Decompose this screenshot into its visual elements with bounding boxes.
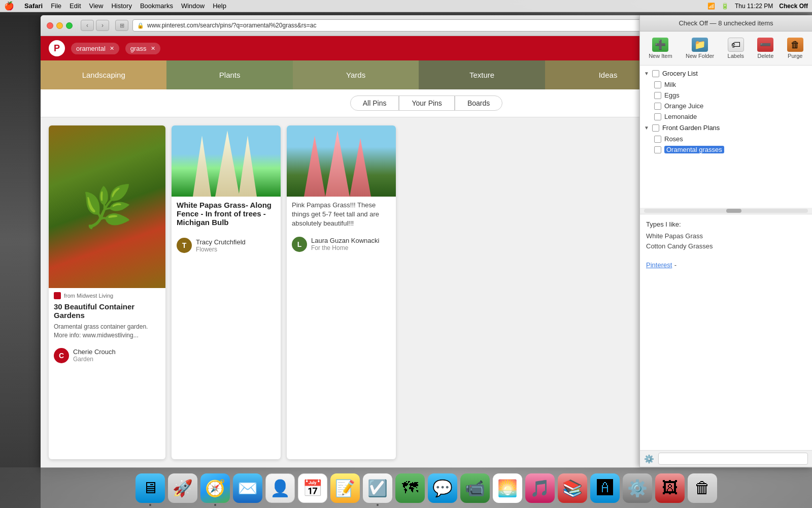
menubar-window[interactable]: Window bbox=[181, 2, 205, 10]
roses-label: Roses bbox=[664, 135, 683, 143]
grocery-list-group[interactable]: ▼ Grocery List bbox=[640, 68, 812, 79]
tag-grass-label: grass bbox=[130, 45, 147, 52]
tab-your-pins[interactable]: Your Pins bbox=[399, 96, 454, 111]
lemonaide-checkbox[interactable] bbox=[654, 113, 661, 120]
dock-calendar[interactable]: 📅 bbox=[298, 473, 327, 503]
orange-juice-checkbox[interactable] bbox=[654, 103, 661, 110]
menubar-file[interactable]: File bbox=[51, 2, 61, 10]
search-tag-oramental: oramental ✕ bbox=[71, 43, 119, 54]
tab-all-pins[interactable]: All Pins bbox=[350, 96, 399, 111]
item-lemonaide[interactable]: Lemonaide bbox=[640, 111, 812, 122]
left-desktop bbox=[0, 15, 41, 467]
scrollbar-thumb[interactable] bbox=[726, 209, 741, 213]
user-name-2[interactable]: Tracy Crutchfield bbox=[196, 238, 246, 246]
labels-button[interactable]: 🏷 Labels bbox=[724, 36, 748, 61]
eggs-checkbox[interactable] bbox=[654, 92, 661, 99]
dock-books[interactable]: 📚 bbox=[558, 473, 587, 503]
new-folder-button[interactable]: 📁 New Folder bbox=[682, 36, 718, 61]
category-texture[interactable]: Texture bbox=[419, 60, 545, 89]
user-avatar-3: L bbox=[292, 237, 307, 252]
source-text-1: from Midwest Living bbox=[64, 293, 113, 299]
category-yards[interactable]: Yards bbox=[293, 60, 419, 89]
close-button[interactable] bbox=[47, 22, 53, 29]
item-eggs[interactable]: Eggs bbox=[640, 90, 812, 101]
user-board-2[interactable]: Flowers bbox=[196, 246, 246, 253]
scrollbar-area[interactable] bbox=[644, 209, 808, 213]
menubar-edit[interactable]: Edit bbox=[70, 2, 81, 10]
menubar-view[interactable]: View bbox=[89, 2, 104, 10]
new-item-button[interactable]: ➕ New Item bbox=[645, 36, 676, 61]
checkoff-toolbar: ➕ New Item 📁 New Folder 🏷 Labels ➖ Delet… bbox=[640, 31, 812, 66]
oramental-grasses-checkbox[interactable] bbox=[654, 146, 661, 153]
notes-pinterest-link[interactable]: Pinterest bbox=[646, 261, 672, 269]
minimize-button[interactable] bbox=[56, 22, 63, 29]
menubar-help[interactable]: Help bbox=[213, 2, 226, 10]
category-plants[interactable]: Plants bbox=[166, 60, 292, 89]
user-name-3[interactable]: Laura Guzan Kownacki bbox=[311, 237, 379, 244]
tab-boards[interactable]: Boards bbox=[455, 96, 502, 111]
dock-photos[interactable]: 🌅 bbox=[493, 473, 522, 503]
pin-image-2[interactable] bbox=[172, 125, 281, 197]
dock-notes[interactable]: 📝 bbox=[330, 473, 360, 503]
item-orange-juice[interactable]: Orange Juice bbox=[640, 101, 812, 111]
item-roses[interactable]: Roses bbox=[640, 134, 812, 144]
pin-image-3[interactable] bbox=[287, 125, 396, 197]
pin-image-1[interactable] bbox=[49, 125, 165, 288]
front-garden-group[interactable]: ▼ Front Garden Plans bbox=[640, 122, 812, 134]
pinterest-logo: P bbox=[49, 40, 65, 56]
menubar-history[interactable]: History bbox=[111, 2, 131, 10]
lemonaide-label: Lemonaide bbox=[664, 113, 697, 120]
contacts-icon: 👤 bbox=[270, 479, 290, 498]
back-button[interactable]: ‹ bbox=[81, 20, 94, 31]
dock-finder[interactable]: 🖥 bbox=[136, 473, 165, 503]
user-info-1: Cherie Crouch Garden bbox=[73, 348, 116, 363]
dock-preview[interactable]: 🖼 bbox=[655, 473, 685, 503]
grocery-list-checkbox[interactable] bbox=[652, 70, 659, 77]
books-icon: 📚 bbox=[562, 479, 583, 498]
item-milk[interactable]: Milk bbox=[640, 79, 812, 90]
checkoff-list[interactable]: ▼ Grocery List Milk Eggs Orange Juice Le… bbox=[640, 66, 812, 208]
finder-indicator bbox=[149, 504, 151, 506]
dock-contacts[interactable]: 👤 bbox=[265, 473, 295, 503]
gear-icon[interactable]: ⚙️ bbox=[644, 454, 654, 464]
dock-appstore[interactable]: 🅰 bbox=[590, 473, 620, 503]
remove-grass-tag[interactable]: ✕ bbox=[151, 45, 155, 52]
dock-reminders[interactable]: ☑️ bbox=[363, 473, 392, 503]
maximize-button[interactable] bbox=[66, 22, 73, 29]
dock-launchpad[interactable]: 🚀 bbox=[168, 473, 197, 503]
dock-messages[interactable]: 💬 bbox=[428, 473, 457, 503]
dock-music[interactable]: 🎵 bbox=[525, 473, 555, 503]
forward-button[interactable]: › bbox=[96, 20, 109, 31]
item-oramental-grasses[interactable]: Oramental grasses bbox=[640, 144, 812, 155]
sidebar-button[interactable]: ⊞ bbox=[115, 20, 128, 31]
menubar-checkoff: Check Off bbox=[779, 3, 808, 10]
dock-system-preferences[interactable]: ⚙️ bbox=[623, 473, 652, 503]
dock-trash[interactable]: 🗑 bbox=[688, 473, 717, 503]
milk-checkbox[interactable] bbox=[654, 81, 661, 88]
nav-buttons: ‹ › bbox=[81, 20, 109, 31]
roses-checkbox[interactable] bbox=[654, 136, 661, 143]
user-board-1[interactable]: Garden bbox=[73, 356, 116, 363]
dock-maps[interactable]: 🗺 bbox=[395, 473, 425, 503]
user-board-3[interactable]: For the Home bbox=[311, 244, 379, 251]
user-avatar-2: T bbox=[177, 238, 192, 253]
user-name-1[interactable]: Cherie Crouch bbox=[73, 348, 116, 356]
menubar-bookmarks[interactable]: Bookmarks bbox=[140, 2, 173, 10]
apple-menu[interactable]: 🍎 bbox=[4, 1, 14, 11]
front-garden-checkbox[interactable] bbox=[652, 124, 659, 132]
user-info-3: Laura Guzan Kownacki For the Home bbox=[311, 237, 379, 251]
pin-card-2: White Papas Grass- Along Fence - In fron… bbox=[172, 125, 281, 459]
purge-button[interactable]: 🗑 Purge bbox=[783, 36, 807, 61]
new-folder-icon: 📁 bbox=[692, 38, 708, 52]
delete-button[interactable]: ➖ Delete bbox=[753, 36, 777, 61]
dock-safari[interactable]: 🧭 bbox=[200, 473, 230, 503]
checkoff-text-input[interactable] bbox=[658, 453, 808, 465]
dock-facetime[interactable]: 📹 bbox=[460, 473, 490, 503]
remove-oramental-tag[interactable]: ✕ bbox=[110, 45, 114, 52]
category-landscaping[interactable]: Landscaping bbox=[41, 60, 166, 89]
dock-mail[interactable]: ✉️ bbox=[233, 473, 262, 503]
address-text: www.pinterest.com/search/pins/?q=orament… bbox=[147, 22, 317, 29]
labels-label: Labels bbox=[728, 53, 744, 59]
safari-icon: 🧭 bbox=[205, 479, 225, 498]
menubar-safari[interactable]: Safari bbox=[24, 2, 43, 10]
